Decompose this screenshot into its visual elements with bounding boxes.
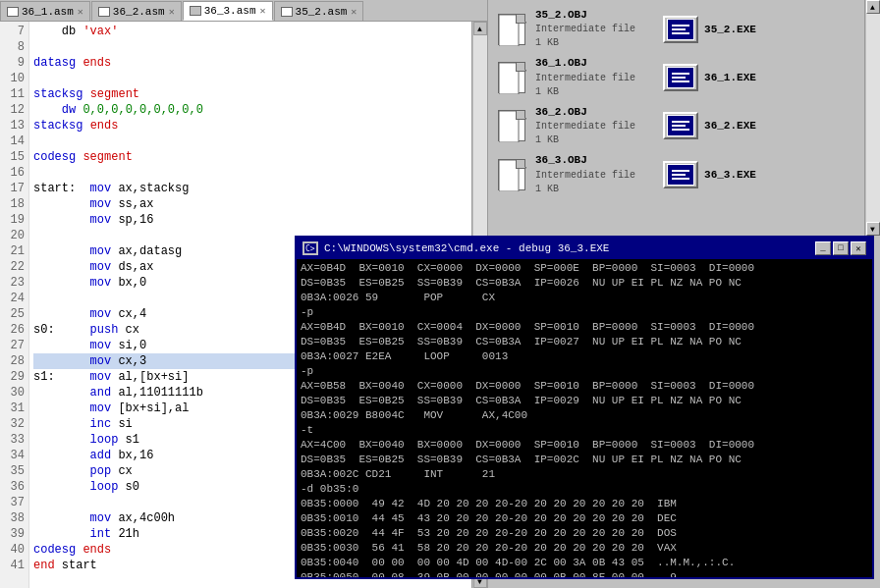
svg-rect-6: [499, 111, 519, 142]
line-num: 16: [0, 165, 28, 181]
svg-line-11: [519, 160, 526, 168]
cmd-line-15: 0B3A:002C CD21 INT 21: [301, 467, 868, 482]
exe-line: [672, 32, 689, 34]
line-num: 37: [0, 495, 28, 510]
line-num: 39: [0, 526, 28, 542]
cmd-line-4: -p: [301, 305, 868, 320]
svg-rect-3: [499, 63, 519, 94]
exe-lines-2: [672, 73, 689, 82]
file-size-35-2-obj: 1 KB: [535, 36, 635, 50]
line-num: 29: [0, 369, 28, 385]
exe-line: [672, 178, 689, 180]
cmd-line-2: DS=0B35 ES=0B25 SS=0B39 CS=0B3A IP=0026 …: [301, 276, 868, 291]
line-num: 22: [0, 259, 28, 275]
obj-doc-icon-3: [498, 110, 525, 141]
cmd-minimize-btn[interactable]: _: [815, 241, 831, 255]
tab-36-1[interactable]: 36_1.asm ✕: [0, 1, 90, 21]
code-line-8: [33, 39, 468, 55]
line-num: 28: [0, 353, 28, 369]
right-scroll-down[interactable]: ▼: [866, 222, 880, 236]
file-desc-35-2-obj: Intermediate file: [535, 23, 635, 36]
code-line-18: mov ss,ax: [33, 196, 468, 212]
line-num: 21: [0, 243, 28, 259]
file-row-35-2: 35_2.OBJ Intermediate file 1 KB: [496, 8, 872, 50]
exe-icon-35-2: [663, 16, 698, 43]
file-row-36-1: 36_1.OBJ Intermediate file 1 KB: [496, 56, 872, 98]
exe-icon-36-3: [663, 161, 698, 188]
cmd-line-21: 0B35:0040 00 00 00 00 4D 00 4D-00 2C 00 …: [301, 556, 868, 570]
tab-icon: [7, 7, 19, 17]
exe-lines-4: [672, 170, 689, 180]
cmd-line-19: 0B35:0020 44 4F 53 20 20 20 20-20 20 20 …: [301, 526, 868, 541]
line-num: 23: [0, 275, 28, 291]
file-icon-36-3-obj: [496, 159, 527, 190]
scroll-up-btn[interactable]: ▲: [473, 22, 487, 35]
cmd-line-16: -d 0b35:0: [301, 482, 868, 497]
file-name-36-3-obj: 36_3.OBJ: [535, 153, 635, 168]
close-tab-1[interactable]: ✕: [78, 6, 83, 18]
exe-icon-inner: [667, 19, 694, 40]
svg-text:C>: C>: [305, 244, 315, 253]
close-tab-2[interactable]: ✕: [169, 6, 175, 18]
exe-line: [672, 28, 686, 30]
line-num: 36: [0, 479, 28, 495]
file-info-36-3-obj: 36_3.OBJ Intermediate file 1 KB: [535, 153, 635, 195]
cmd-line-3: 0B3A:0026 59 POP CX: [301, 291, 868, 305]
exe-lines: [672, 25, 689, 34]
tab-bar: 36_1.asm ✕ 36_2.asm ✕ 36_3.asm ✕ 35_2.as…: [0, 0, 487, 22]
close-tab-3[interactable]: ✕: [260, 5, 266, 17]
code-line-11: stacksg segment: [33, 86, 468, 102]
tab-36-2[interactable]: 36_2.asm ✕: [91, 1, 182, 21]
file-desc-36-3-obj: Intermediate file: [535, 169, 635, 183]
line-num: 8: [0, 39, 28, 55]
line-num: 25: [0, 306, 28, 322]
file-icon-36-2-obj: [496, 110, 527, 141]
cmd-close-btn[interactable]: ✕: [851, 241, 866, 255]
tab-36-3[interactable]: 36_3.asm ✕: [183, 1, 273, 21]
right-scroll-up[interactable]: ▲: [866, 0, 880, 14]
tab-label-4: 35_2.asm: [296, 6, 348, 18]
line-num: 33: [0, 432, 28, 448]
right-scrollbar[interactable]: ▲ ▼: [864, 0, 880, 236]
exe-name-36-1: 36_1.EXE: [704, 72, 756, 83]
file-name-35-2-obj: 35_2.OBJ: [535, 8, 635, 23]
exe-name-36-2: 36_2.EXE: [704, 120, 756, 132]
file-icon-35-2-obj: [496, 14, 527, 45]
cmd-controls: _ □ ✕: [815, 241, 866, 255]
close-tab-4[interactable]: ✕: [351, 6, 357, 18]
cmd-body[interactable]: AX=0B4D BX=0010 CX=0000 DX=0000 SP=000E …: [297, 259, 872, 577]
tab-icon-4: [281, 7, 293, 17]
obj-doc-icon: [498, 14, 525, 45]
svg-rect-9: [499, 160, 519, 191]
code-line-9: datasg ends: [33, 55, 468, 71]
cmd-line-13: AX=4C00 BX=0040 BX=0000 DX=0000 SP=0010 …: [301, 438, 868, 453]
cmd-line-1: AX=0B4D BX=0010 CX=0000 DX=0000 SP=000E …: [301, 261, 868, 276]
line-num: 9: [0, 55, 28, 71]
line-num: 38: [0, 510, 28, 526]
exe-line: [672, 73, 689, 75]
exe-name-35-2: 35_2.EXE: [704, 24, 756, 35]
cmd-window: C> C:\WINDOWS\system32\cmd.exe - debug 3…: [295, 236, 874, 579]
line-num: 10: [0, 71, 28, 86]
exe-icon-inner-2: [667, 67, 694, 88]
obj-doc-icon-2: [498, 62, 525, 93]
line-num: 20: [0, 228, 28, 243]
exe-line: [672, 170, 689, 172]
file-desc-36-1-obj: Intermediate file: [535, 72, 635, 85]
exe-line: [672, 77, 686, 79]
line-numbers: 7 8 9 10 11 12 13 14 15 16 17 18 19 20 2…: [0, 22, 29, 588]
tab-35-2[interactable]: 35_2.asm ✕: [274, 1, 364, 21]
cmd-line-5: AX=0B4D BX=0010 CX=0004 DX=0000 SP=0010 …: [301, 320, 868, 335]
cmd-line-6: DS=0B35 ES=0B25 SS=0B39 CS=0B3A IP=0027 …: [301, 335, 868, 349]
cmd-title-icon: C>: [302, 241, 318, 255]
app-wrapper: 36_1.asm ✕ 36_2.asm ✕ 36_3.asm ✕ 35_2.as…: [0, 0, 880, 588]
file-name-36-1-obj: 36_1.OBJ: [535, 56, 635, 71]
svg-line-2: [519, 15, 526, 23]
line-num: 14: [0, 134, 28, 149]
line-num: 41: [0, 558, 28, 573]
cmd-line-11: 0B3A:0029 B8004C MOV AX,4C00: [301, 408, 868, 423]
line-num: 27: [0, 338, 28, 353]
cmd-line-12: -t: [301, 423, 868, 438]
tab-label-1: 36_1.asm: [22, 6, 74, 18]
cmd-maximize-btn[interactable]: □: [833, 241, 849, 255]
